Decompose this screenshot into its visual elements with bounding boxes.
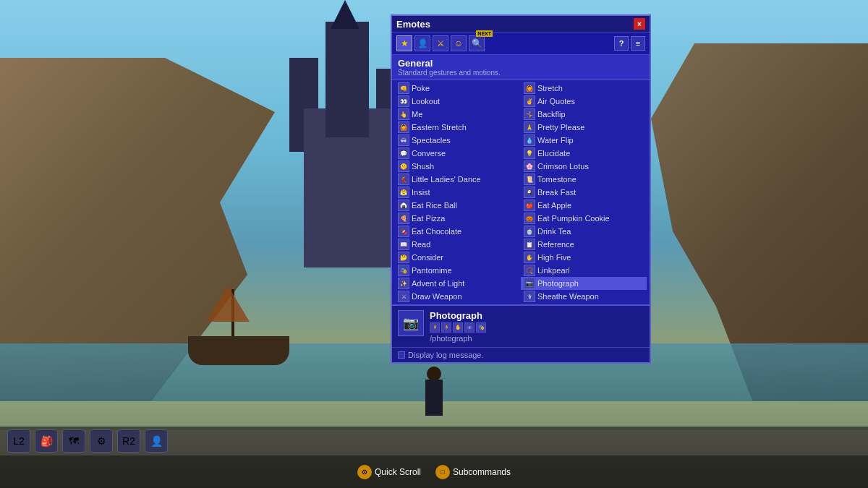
taskbar-icon-l2[interactable]: L2 [7, 429, 30, 453]
emote-name: Shush [412, 162, 434, 171]
subcommands-label: Subcommands [453, 467, 511, 477]
close-button[interactable]: × [634, 18, 645, 30]
emote-item[interactable]: 🤔Consider [395, 251, 521, 264]
emote-item[interactable]: 🙆Eastern Stretch [395, 121, 521, 134]
quick-scroll-btn[interactable]: ⊙ Quick Scroll [357, 465, 421, 479]
emote-item[interactable]: 🙏Pretty Please [521, 121, 647, 134]
emote-item[interactable]: 🍫Eat Chocolate [395, 225, 521, 238]
emote-item[interactable]: ✌Air Quotes [521, 95, 647, 108]
tab-favorites[interactable]: ★ [396, 35, 412, 51]
emote-name: Insist [412, 188, 430, 197]
emote-icon: 🙏 [524, 121, 535, 133]
taskbar-icon-bag[interactable]: 🎒 [35, 429, 58, 453]
emote-name: Eat Pizza [412, 214, 445, 223]
emote-item[interactable]: 📷Photograph [521, 277, 647, 290]
emote-item[interactable]: 👆Me [395, 108, 521, 121]
taskbar-icon-char[interactable]: 👤 [145, 429, 168, 453]
emote-item[interactable]: 🍵Drink Tea [521, 225, 647, 238]
emote-item[interactable]: ⚔Draw Weapon [395, 290, 521, 303]
emote-icon: 📋 [524, 239, 535, 250]
detail-info: Photograph 🧍 🧍 ✋ 👁 🎭 /photograph [430, 310, 644, 343]
emote-item[interactable]: 👊Poke [395, 82, 521, 95]
emote-item[interactable]: 👀Lookout [395, 95, 521, 108]
tab-battle[interactable]: ⚔ [433, 35, 448, 51]
emote-name: Pantomime [412, 266, 452, 275]
emote-name: Backflip [537, 110, 566, 119]
emote-icon: 🙆 [398, 121, 409, 133]
emote-name: Pretty Please [537, 123, 584, 132]
emote-item[interactable]: 🙆Stretch [521, 82, 647, 95]
category-title: General [398, 58, 644, 69]
emote-name: Break Fast [537, 188, 576, 197]
castle-tower-center [326, 22, 369, 137]
emote-item[interactable]: 💡Elucidate [521, 147, 647, 160]
emote-icon: 🍵 [524, 226, 535, 237]
subcommands-btn[interactable]: □ Subcommands [435, 465, 511, 479]
emote-name: Water Flip [537, 136, 574, 145]
taskbar-icon-r2[interactable]: R2 [117, 429, 140, 453]
emote-item[interactable]: 🗡Sheathe Weapon [521, 290, 647, 303]
emote-item[interactable]: 💃Little Ladies' Dance [395, 173, 521, 186]
emote-item[interactable]: ✨Advent of Light [395, 277, 521, 290]
detail-icons-row: 🧍 🧍 ✋ 👁 🎭 [430, 322, 644, 333]
emote-icon: 🍎 [524, 200, 535, 211]
emote-name: Eat Rice Ball [412, 201, 457, 210]
emote-item[interactable]: 🤫Shush [395, 160, 521, 173]
help-button[interactable]: ? [614, 36, 629, 51]
char-body [425, 380, 443, 416]
emote-icon: 👊 [398, 82, 409, 94]
emote-name: Elucidate [537, 149, 570, 158]
emote-name: Eat Pumpkin Cookie [537, 214, 610, 223]
taskbar-icon-settings[interactable]: ⚙ [90, 429, 113, 453]
emote-icon: ⚔ [398, 291, 409, 302]
emote-item[interactable]: 🍳Break Fast [521, 186, 647, 199]
emote-item[interactable]: 🎭Pantomime [395, 264, 521, 277]
emote-icon: ✨ [398, 278, 409, 289]
tab-search[interactable]: 🔍 NEXT [469, 35, 485, 51]
emote-item[interactable]: 🍕Eat Pizza [395, 212, 521, 225]
title-bar: Emotes × [392, 16, 650, 33]
emote-item[interactable]: 📿Linkpearl [521, 264, 647, 277]
ship-hull [188, 336, 289, 365]
emote-name: Tomestone [537, 175, 576, 184]
emote-name: Eat Apple [537, 201, 571, 210]
detail-panel: 📷 Photograph 🧍 🧍 ✋ 👁 🎭 /photograph [392, 304, 650, 347]
emote-name: Read [412, 240, 430, 249]
emote-item[interactable]: 🎃Eat Pumpkin Cookie [521, 212, 647, 225]
emote-icon: 🤔 [398, 252, 409, 263]
emote-name: Draw Weapon [412, 292, 462, 301]
emote-item[interactable]: 📜Tomestone [521, 173, 647, 186]
emote-item[interactable]: 🤸Backflip [521, 108, 647, 121]
detail-mini-icon-5: 🎭 [476, 322, 486, 333]
emote-icon: 🌸 [524, 160, 535, 172]
emote-icon: 👀 [398, 95, 409, 107]
display-log-checkbox[interactable] [398, 351, 405, 359]
emote-item[interactable]: 🌸Crimson Lotus [521, 160, 647, 173]
emote-name: Reference [537, 240, 574, 249]
emote-item[interactable]: 📖Read [395, 238, 521, 251]
emote-item[interactable]: 😤Insist [395, 186, 521, 199]
emote-name: Consider [412, 253, 443, 262]
settings-button[interactable]: ≡ [631, 36, 645, 51]
emote-icon: 🤸 [524, 108, 535, 120]
emote-item[interactable]: 💬Converse [395, 147, 521, 160]
emote-item[interactable]: 🕶Spectacles [395, 134, 521, 147]
emote-item[interactable]: 🍎Eat Apple [521, 199, 647, 212]
emote-item[interactable]: 📋Reference [521, 238, 647, 251]
emote-icon: 🍳 [524, 187, 535, 198]
quick-scroll-icon: ⊙ [357, 465, 372, 479]
castle-spire [331, 0, 359, 29]
emote-name: Poke [412, 84, 430, 93]
quick-scroll-label: Quick Scroll [375, 467, 421, 477]
taskbar-icon-map[interactable]: 🗺 [62, 429, 85, 453]
next-badge: NEXT [476, 30, 493, 37]
emote-icon: ✌ [524, 95, 535, 107]
detail-mini-icon-1: 🧍 [430, 322, 440, 333]
tab-social[interactable]: ☺ [451, 35, 467, 51]
emote-item[interactable]: 🍙Eat Rice Ball [395, 199, 521, 212]
emote-name: Me [412, 110, 422, 119]
tab-all[interactable]: 👤 [414, 35, 430, 51]
detail-emote-name: Photograph [430, 310, 644, 321]
emote-item[interactable]: 💧Water Flip [521, 134, 647, 147]
emote-item[interactable]: ✋High Five [521, 251, 647, 264]
